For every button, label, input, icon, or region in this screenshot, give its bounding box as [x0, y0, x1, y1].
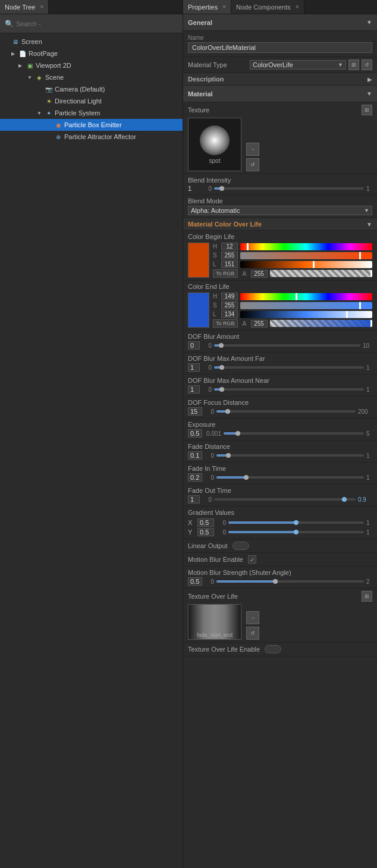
search-icon: 🔍 — [5, 20, 14, 28]
texture-ol-container: Texture Over Life ⊞ fade_start_end → ↺ — [183, 589, 377, 643]
tab-properties-label: Properties — [188, 4, 218, 11]
fade-out-time-slider[interactable] — [214, 498, 356, 501]
motion-blur-strength-slider[interactable] — [216, 580, 364, 583]
linear-output-toggle[interactable] — [233, 542, 249, 550]
dof-blur-near-slider[interactable] — [214, 388, 364, 391]
color-end-s-slider[interactable] — [240, 302, 372, 309]
tree-label-scene: Scene — [45, 74, 64, 81]
tab-properties[interactable]: Properties × — [183, 0, 231, 14]
dof-blur-amount-slider[interactable] — [214, 344, 360, 347]
tree-label-directionallight: Directional Light — [55, 98, 102, 105]
texture-ol-grid-icon[interactable]: ⊞ — [362, 591, 372, 602]
color-over-life-section[interactable]: Material Color Over Life ▼ — [183, 218, 377, 231]
dof-blur-far-container: DOF Blur Max Amount Far 1 0 1 — [183, 353, 377, 375]
texture-refresh-icon[interactable]: ↺ — [246, 158, 259, 171]
material-type-refresh-icon[interactable]: ↺ — [362, 59, 372, 70]
tree-item-scene[interactable]: ▼ ◈ Scene — [0, 71, 183, 83]
texture-label: Texture — [188, 106, 209, 114]
blend-mode-select[interactable]: Alpha: Automatic ▼ — [188, 206, 372, 215]
tree-item-particleattractor[interactable]: ⊕ Particle Attractor Affector — [0, 131, 183, 143]
color-end-torgb-button[interactable]: To RGB — [213, 319, 238, 328]
color-end-h-slider[interactable] — [240, 293, 372, 300]
texture-ol-enable-container: Texture Over Life Enable — [183, 643, 377, 656]
general-section-header[interactable]: General ▼ — [183, 14, 377, 31]
motion-blur-enable-container: Motion Blur Enable ✓ — [183, 553, 377, 567]
exposure-slider[interactable] — [224, 432, 364, 435]
dof-blur-amount-label: DOF Blur Amount — [188, 333, 372, 340]
color-end-s-row: S 255 — [213, 301, 372, 309]
tree-item-particleboxemitter[interactable]: ◉ Particle Box Emitter — [0, 119, 183, 131]
tree-label-particlesystem: Particle System — [55, 109, 100, 117]
exposure-label: Exposure — [188, 421, 372, 428]
tab-node-tree-close[interactable]: × — [40, 4, 43, 10]
tree-item-rootpage[interactable]: ▶ 📄 RootPage — [0, 48, 183, 59]
tree-arrow-camera — [36, 86, 43, 93]
color-begin-h-slider[interactable] — [240, 243, 372, 250]
texture-ol-preview[interactable]: fade_start_end — [188, 604, 241, 640]
color-begin-a-slider[interactable] — [270, 270, 372, 277]
motion-blur-enable-label: Motion Blur Enable — [188, 556, 243, 563]
color-begin-l-slider[interactable] — [240, 261, 372, 268]
search-input[interactable] — [16, 20, 178, 27]
gradient-x-min: 0 — [216, 520, 226, 526]
gradient-y-slider[interactable] — [228, 531, 364, 533]
color-begin-a-row: To RGB A 255 — [213, 269, 372, 278]
texture-grid-icon[interactable]: ⊞ — [362, 105, 372, 115]
texture-arrow-icon[interactable]: → — [246, 143, 259, 156]
motion-blur-enable-toggle[interactable]: ✓ — [248, 555, 256, 564]
tree-arrow-psystem: ▼ — [36, 109, 43, 117]
tab-properties-close[interactable]: × — [222, 4, 226, 10]
exposure-min: 0.001 — [205, 430, 221, 437]
blend-intensity-slider[interactable] — [214, 187, 364, 190]
fade-distance-container: Fade Distance 0.1 0 1 — [183, 441, 377, 463]
blend-mode-value: Alpha: Automatic — [191, 207, 240, 214]
dof-blur-amount-container: DOF Blur Amount 0 0 10 — [183, 331, 377, 353]
color-end-swatch[interactable] — [188, 293, 209, 328]
description-row[interactable]: Description ▶ — [183, 73, 377, 86]
material-type-grid-icon[interactable]: ⊞ — [348, 59, 359, 70]
fade-in-time-slider[interactable] — [216, 476, 364, 479]
tree-item-particlesystem[interactable]: ▼ ✦ Particle System — [0, 107, 183, 119]
fade-out-time-max: 0.9 — [358, 496, 372, 503]
color-begin-h-row: H 12 — [213, 243, 372, 250]
tree-item-camera[interactable]: 📷 Camera (Default) — [0, 83, 183, 95]
name-value[interactable]: ColorOverLifeMaterial — [188, 42, 372, 53]
dof-focus-slider[interactable] — [216, 410, 356, 413]
color-begin-swatch[interactable] — [188, 243, 209, 278]
dof-blur-far-slider[interactable] — [214, 366, 364, 369]
tree-item-screen[interactable]: 🖥 Screen — [0, 36, 183, 48]
color-end-h-row: H 149 — [213, 293, 372, 300]
color-begin-s-slider[interactable] — [240, 252, 372, 259]
fade-out-time-label: Fade Out Time — [188, 487, 372, 494]
color-begin-torgb-button[interactable]: To RGB — [213, 269, 238, 278]
texture-ol-refresh-icon[interactable]: ↺ — [246, 627, 259, 640]
tree-item-directionallight[interactable]: ☀ Directional Light — [0, 95, 183, 107]
description-arrow-icon: ▶ — [367, 76, 372, 83]
texture-ol-arrow-icon[interactable]: → — [246, 611, 259, 624]
tree-arrow-rootpage: ▶ — [10, 50, 17, 57]
dof-blur-near-val: 1 — [188, 385, 200, 394]
gradient-x-slider[interactable] — [228, 521, 364, 524]
tree-container: 🖥 Screen ▶ 📄 RootPage ▶ ▣ Viewport 2D ▼ … — [0, 33, 183, 868]
motion-blur-strength-max: 2 — [366, 578, 372, 585]
color-end-l-slider[interactable] — [240, 311, 372, 318]
fade-out-time-val: 1 — [188, 495, 200, 504]
gradient-y-min: 0 — [216, 529, 226, 536]
tab-node-components[interactable]: Node Components × — [231, 0, 304, 14]
tab-node-tree[interactable]: Node Tree × — [0, 0, 49, 14]
color-begin-container: Color Begin Life H 12 S 255 — [183, 231, 377, 281]
material-section-header[interactable]: Material ▼ — [183, 86, 377, 102]
material-type-select[interactable]: ColorOverLife ▼ — [250, 60, 346, 70]
fade-distance-slider[interactable] — [216, 454, 364, 457]
texture-ol-enable-toggle[interactable] — [265, 645, 281, 653]
color-end-a-slider[interactable] — [270, 320, 372, 327]
tab-node-components-close[interactable]: × — [296, 4, 299, 10]
particle-system-icon: ✦ — [44, 108, 54, 118]
dof-blur-far-label: DOF Blur Max Amount Far — [188, 355, 372, 362]
texture-preview[interactable]: spot — [188, 118, 241, 171]
right-tabs-bar: Properties × Node Components × — [183, 0, 377, 14]
material-type-value: ColorOverLife — [253, 61, 293, 68]
tree-item-viewport2d[interactable]: ▶ ▣ Viewport 2D — [0, 59, 183, 71]
name-label: Name — [188, 34, 372, 41]
gradient-y-val: 0.5 — [197, 528, 214, 536]
